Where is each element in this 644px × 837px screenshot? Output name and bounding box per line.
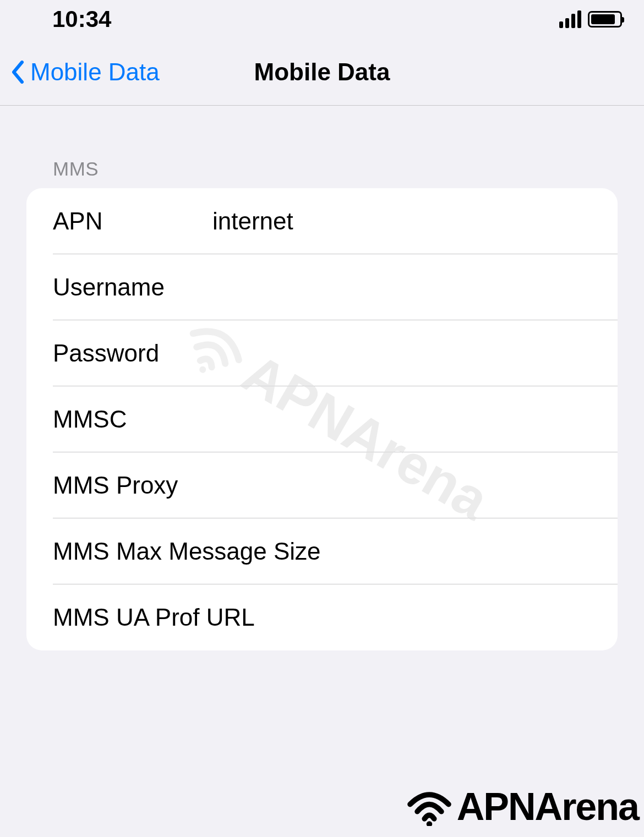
row-mms-proxy[interactable]: MMS Proxy [26, 452, 618, 518]
nav-bar: Mobile Data Mobile Data [0, 39, 644, 106]
svg-point-1 [427, 821, 433, 826]
section-header-mms: MMS [26, 106, 618, 188]
row-label: MMS Max Message Size [53, 538, 321, 565]
page-title: Mobile Data [254, 58, 390, 86]
row-label: Password [53, 340, 212, 367]
footer-text: APNArena [457, 785, 638, 829]
row-label: MMSC [53, 406, 212, 433]
back-label: Mobile Data [30, 58, 160, 86]
settings-group: APN Username Password MMSC MMS Proxy MMS… [26, 188, 618, 650]
status-time: 10:34 [52, 6, 111, 32]
footer-logo: APNArena [405, 785, 638, 829]
password-input[interactable] [212, 340, 591, 367]
row-mmsc[interactable]: MMSC [26, 386, 618, 452]
cellular-signal-icon [559, 10, 581, 28]
chevron-left-icon [11, 61, 25, 84]
status-icons [559, 10, 622, 28]
username-input[interactable] [212, 273, 591, 301]
back-button[interactable]: Mobile Data [0, 58, 160, 86]
row-label: MMS Proxy [53, 472, 212, 499]
row-mms-max-size[interactable]: MMS Max Message Size [26, 518, 618, 584]
mmsc-input[interactable] [212, 406, 591, 433]
row-password[interactable]: Password [26, 320, 618, 386]
status-bar: 10:34 [0, 0, 644, 39]
row-label: APN [53, 207, 212, 235]
apn-input[interactable] [212, 207, 591, 235]
row-username[interactable]: Username [26, 254, 618, 320]
row-label: Username [53, 273, 212, 301]
battery-icon [588, 11, 622, 28]
row-label: MMS UA Prof URL [53, 604, 255, 631]
row-mms-ua-prof[interactable]: MMS UA Prof URL [26, 584, 618, 650]
row-apn[interactable]: APN [26, 188, 618, 254]
wifi-icon [405, 787, 454, 826]
mms-proxy-input[interactable] [212, 472, 591, 499]
